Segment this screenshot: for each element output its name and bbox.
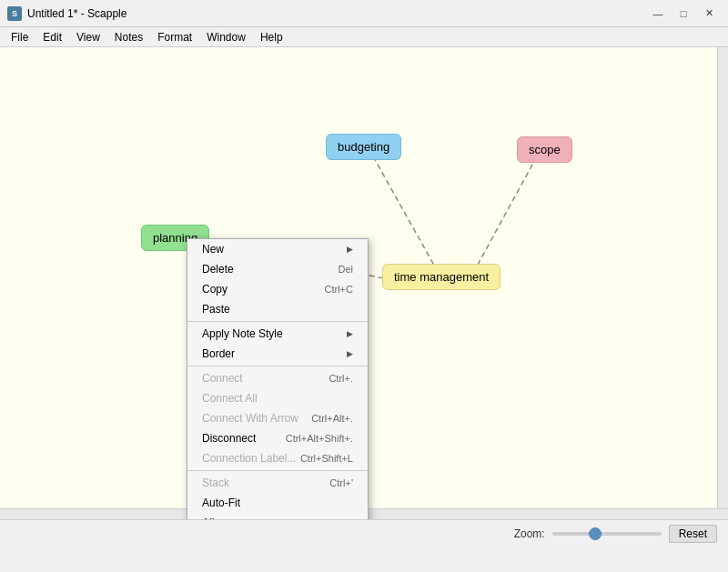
vertical-scrollbar[interactable] bbox=[717, 47, 728, 508]
ctx-new[interactable]: New bbox=[187, 239, 368, 259]
note-budgeting[interactable]: budgeting bbox=[326, 134, 401, 160]
title-bar: S Untitled 1* - Scapple — □ ✕ bbox=[0, 0, 728, 27]
minimize-button[interactable]: — bbox=[646, 4, 670, 24]
menu-format[interactable]: Format bbox=[150, 27, 199, 47]
ctx-connect-all: Connect All bbox=[187, 388, 368, 408]
ctx-auto-fit[interactable]: Auto-Fit bbox=[187, 493, 368, 513]
menu-edit[interactable]: Edit bbox=[35, 27, 69, 47]
note-time-management[interactable]: time management bbox=[382, 264, 500, 290]
zoom-thumb[interactable] bbox=[589, 527, 602, 540]
status-bar: Zoom: Reset bbox=[0, 519, 728, 547]
ctx-connect: Connect Ctrl+. bbox=[187, 368, 368, 388]
ctx-paste[interactable]: Paste bbox=[187, 299, 368, 319]
svg-line-1 bbox=[373, 156, 437, 270]
separator-2 bbox=[187, 366, 368, 366]
zoom-slider[interactable] bbox=[552, 532, 662, 536]
title-bar-controls: — □ ✕ bbox=[646, 4, 721, 24]
menu-file[interactable]: File bbox=[4, 27, 35, 47]
window-title: Untitled 1* - Scapple bbox=[27, 7, 126, 20]
separator-1 bbox=[187, 321, 368, 322]
close-button[interactable]: ✕ bbox=[697, 4, 721, 24]
menu-bar: File Edit View Notes Format Window Help bbox=[0, 27, 728, 47]
svg-line-2 bbox=[473, 156, 537, 273]
ctx-stack: Stack Ctrl+' bbox=[187, 473, 368, 493]
menu-notes[interactable]: Notes bbox=[107, 27, 150, 47]
app-icon: S bbox=[7, 6, 22, 21]
ctx-delete[interactable]: Delete Del bbox=[187, 259, 368, 279]
separator-3 bbox=[187, 470, 368, 471]
menu-view[interactable]: View bbox=[69, 27, 107, 47]
reset-button[interactable]: Reset bbox=[669, 525, 717, 543]
ctx-border[interactable]: Border bbox=[187, 344, 368, 364]
ctx-copy[interactable]: Copy Ctrl+C bbox=[187, 279, 368, 299]
note-scope[interactable]: scope bbox=[517, 136, 572, 163]
canvas-area: budgeting scope planning time management… bbox=[0, 47, 728, 519]
context-menu: New Delete Del Copy Ctrl+C Paste Apply N… bbox=[187, 238, 369, 519]
title-bar-left: S Untitled 1* - Scapple bbox=[7, 6, 126, 21]
ctx-align[interactable]: Align bbox=[187, 513, 368, 519]
ctx-connect-with-arrow: Connect With Arrow Ctrl+Alt+. bbox=[187, 408, 368, 428]
ctx-disconnect[interactable]: Disconnect Ctrl+Alt+Shift+. bbox=[187, 428, 368, 448]
ctx-apply-note-style[interactable]: Apply Note Style bbox=[187, 324, 368, 344]
menu-help[interactable]: Help bbox=[253, 27, 290, 47]
ctx-connection-label: Connection Label... Ctrl+Shift+L bbox=[187, 448, 368, 468]
menu-window[interactable]: Window bbox=[199, 27, 253, 47]
zoom-label: Zoom: bbox=[514, 527, 545, 540]
maximize-button[interactable]: □ bbox=[672, 4, 695, 24]
